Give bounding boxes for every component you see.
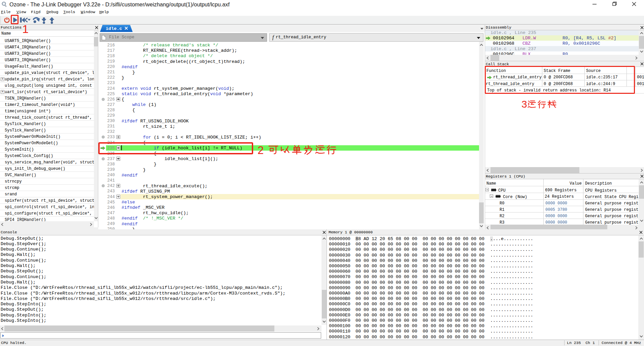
svg-text:idle.c: idle.c	[106, 26, 122, 31]
